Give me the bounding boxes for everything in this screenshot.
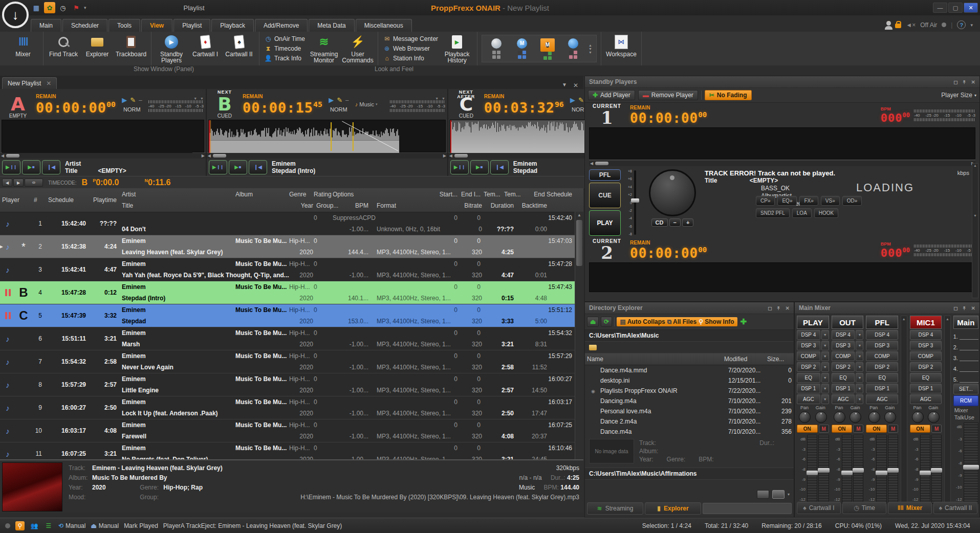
dsp-button-dsp1[interactable]: DSP 1: [866, 384, 898, 393]
dsp-button-dsp4[interactable]: DSP 4: [797, 330, 820, 340]
playlist-row[interactable]: ♪815:57:292:57EminemMusic To Be Mu...Hip…: [0, 373, 583, 396]
user-icon[interactable]: [886, 21, 891, 26]
fader-track[interactable]: [920, 435, 930, 504]
ribbon-button-cartwall-ii[interactable]: ♠Cartwall II: [222, 33, 256, 64]
dsp-dropdown-icon[interactable]: ▼: [821, 330, 829, 340]
mute-button[interactable]: M: [853, 425, 863, 433]
dsp-button-eq[interactable]: EQ: [797, 373, 820, 383]
ribbon-button-standby-players[interactable]: ▶Standby Players: [155, 33, 188, 64]
fader-track[interactable]: [888, 435, 898, 504]
menubar-dropdown-icon[interactable]: ▾: [970, 23, 973, 28]
fade-icon[interactable]: ⎯: [345, 96, 349, 104]
fader-handle[interactable]: [963, 465, 979, 470]
eject-media-icon[interactable]: ⏏: [587, 317, 599, 327]
mixer-maximize-icon[interactable]: ◻: [953, 305, 957, 311]
direx-path-2[interactable]: C:\Users\TimAlex\Music\Affirmations: [585, 468, 794, 480]
theme-option-1[interactable]: [485, 37, 508, 60]
dsp-button-dsp1[interactable]: DSP 1: [910, 384, 942, 393]
direx-filter-input[interactable]: [703, 503, 792, 514]
mute-button[interactable]: M: [888, 425, 898, 433]
ribbon-toggle-track-info[interactable]: 👤Track Info: [265, 54, 305, 63]
dsp-button-dsp1[interactable]: DSP 1: [832, 384, 855, 393]
no-fading-toggle[interactable]: ✂No Fading: [705, 90, 752, 100]
dsp-button-dsp3[interactable]: DSP 3: [832, 341, 855, 350]
play-button[interactable]: PLAY: [589, 210, 621, 236]
on-button[interactable]: ON: [910, 425, 931, 433]
strip-header-play[interactable]: PLAY: [797, 316, 829, 329]
dsp-button-dsp2[interactable]: DSP 2: [797, 362, 820, 372]
dsp-button-dsp4[interactable]: DSP 4: [910, 330, 942, 340]
playlist-active-icon[interactable]: ✿: [44, 2, 55, 13]
direx-path[interactable]: C:\Users\TimAlex\Music: [585, 330, 794, 342]
col-name[interactable]: Name: [587, 356, 724, 363]
playlist-row[interactable]: C515:47:393:32EminemMusic To Be Mu...Hip…: [0, 304, 583, 327]
ribbon-button-mixer[interactable]: ‖‖Mixer: [6, 33, 40, 64]
remove-player-button[interactable]: ▬Remove Player: [638, 90, 698, 100]
fx-button-od[interactable]: OD»: [842, 196, 862, 206]
fx-button-eq[interactable]: EQ»: [777, 196, 797, 206]
jog-knob[interactable]: [649, 169, 696, 216]
timecode-slider-icon[interactable]: ⏛: [25, 179, 43, 187]
flag-icon[interactable]: ⚑: [71, 2, 82, 13]
timecode-prev-icon[interactable]: ◀: [2, 179, 12, 187]
dsp-button-dsp2[interactable]: DSP 2: [866, 362, 898, 372]
dsp-dropdown-icon[interactable]: ▼: [821, 373, 829, 383]
playlist-row[interactable]: ▶♪*215:42:384:24EminemMusic To Be Mu...H…: [0, 235, 583, 258]
add-player-button[interactable]: ✚Add Player: [588, 90, 635, 100]
auto-collapse-toggle[interactable]: ▤ Auto Collaps: [620, 318, 665, 325]
list-check-icon[interactable]: ☰: [44, 521, 53, 530]
main-slot[interactable]: 3.: [953, 351, 978, 361]
transport-playpause-button[interactable]: ▶❙❙: [209, 160, 227, 174]
main-slot[interactable]: 4.: [953, 362, 978, 372]
gain-knob[interactable]: [850, 411, 861, 423]
menu-tab-main[interactable]: Main: [31, 19, 61, 32]
file-row[interactable]: Personal love.m4a7/10/2020...239: [585, 406, 794, 416]
fader-handle[interactable]: [876, 471, 887, 475]
file-row[interactable]: Dance.m4a.mmd7/20/2020...0: [585, 365, 794, 375]
playlist-row[interactable]: ♪1016:03:174:08EminemMusic To Be Mu...Hi…: [0, 419, 583, 442]
fader-handle[interactable]: [931, 468, 942, 473]
rcm-button[interactable]: RCM: [953, 395, 978, 406]
ribbon-item-message-center[interactable]: ✉Message Center: [383, 34, 438, 43]
standby-1-scrollbar[interactable]: ◀▶: [589, 160, 975, 166]
fader-handle[interactable]: [920, 471, 931, 475]
playlist-row[interactable]: B415:47:280:12EminemMusic To Be Mu...Hip…: [0, 281, 583, 304]
strip-header-mic1[interactable]: MIC1: [910, 316, 942, 329]
dsp-button-comp[interactable]: COMP: [832, 351, 855, 361]
tab-new-playlist[interactable]: New Playlist ✕: [2, 77, 57, 89]
drive-icon[interactable]: [757, 490, 769, 499]
timer-icon[interactable]: ◷: [57, 2, 69, 13]
file-row[interactable]: Dancing.m4a7/10/2020...201: [585, 396, 794, 406]
menu-tab-playlist[interactable]: Playlist: [173, 19, 210, 32]
dsp-dropdown-icon[interactable]: ▼: [856, 394, 863, 404]
dsp-button-agc[interactable]: AGC: [910, 394, 942, 404]
help-icon[interactable]: ?: [957, 20, 966, 29]
player-scrollbar[interactable]: ◀▶: [207, 152, 447, 158]
minimize-button[interactable]: —: [933, 3, 947, 13]
player-scrollbar[interactable]: ◀▶: [0, 152, 206, 158]
file-row[interactable]: Dance.m4a7/10/2020...356: [585, 427, 794, 437]
dsp-dropdown-icon[interactable]: ▼: [821, 351, 829, 361]
player-waveform[interactable]: [2, 120, 204, 152]
device-dropdown-icon[interactable]: ▾: [788, 492, 790, 497]
play-icon[interactable]: ▶: [122, 96, 127, 104]
cd-button[interactable]: CD: [651, 218, 668, 227]
theme-option-2[interactable]: M: [511, 37, 533, 60]
direx-pin-icon[interactable]: 🖈: [776, 305, 781, 311]
transport-playpause-button[interactable]: ▶❙❙: [2, 160, 20, 174]
menu-tab-view[interactable]: View: [141, 19, 172, 32]
ribbon-button-trackboard[interactable]: Trackboard: [114, 33, 148, 64]
dsp-button-dsp3[interactable]: DSP 3: [866, 341, 898, 350]
ribbon-button-explorer[interactable]: Explorer: [80, 33, 114, 64]
standby-panel-scrollbar[interactable]: ▲▼: [972, 163, 978, 298]
tab-close-icon[interactable]: ✕: [46, 80, 51, 87]
ribbon-button-playback-history[interactable]: ▶Playback History: [440, 33, 474, 64]
menu-tab-scheduler[interactable]: Scheduler: [62, 19, 107, 32]
transport-playstop-button[interactable]: ▶■: [470, 160, 489, 174]
ribbon-item-web-browser[interactable]: ⊕Web Browser: [383, 44, 438, 53]
theme-option-4[interactable]: [562, 37, 584, 60]
dsp-button-eq[interactable]: EQ: [910, 373, 942, 383]
main-slot[interactable]: 1.: [953, 330, 978, 340]
dsp-button-comp[interactable]: COMP: [910, 351, 942, 361]
menu-tab-miscellaneous[interactable]: Miscellaneous: [356, 19, 412, 32]
